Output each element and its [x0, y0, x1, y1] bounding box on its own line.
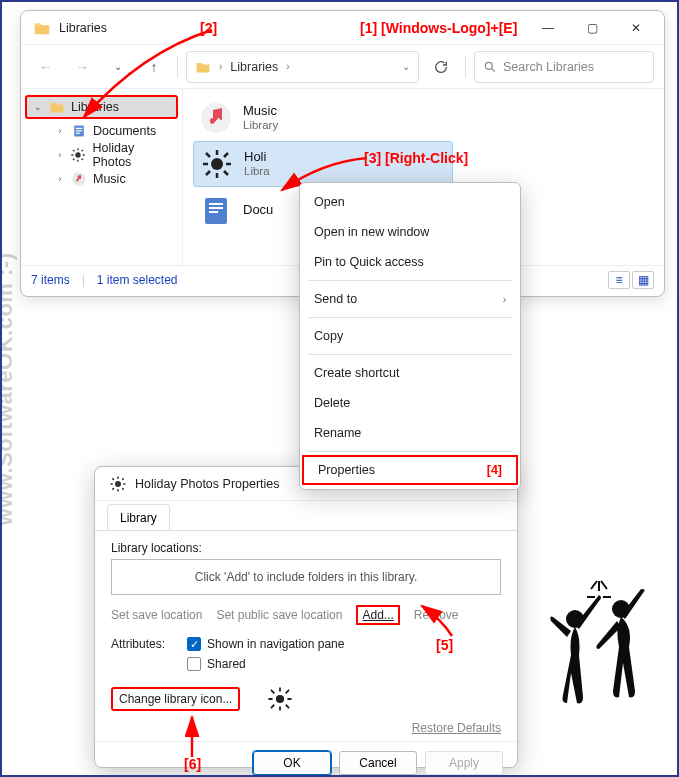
- remove-button[interactable]: Remove: [414, 608, 459, 622]
- svg-rect-14: [209, 211, 218, 213]
- tree-item-label: Documents: [93, 124, 156, 138]
- maximize-button[interactable]: ▢: [570, 13, 614, 43]
- close-button[interactable]: ✕: [614, 13, 658, 43]
- menu-item-open[interactable]: Open: [300, 187, 520, 217]
- nav-up-button[interactable]: ↑: [139, 52, 169, 82]
- annotation-3: [3] [Right-Click]: [364, 150, 468, 166]
- item-name: Music: [243, 103, 278, 119]
- status-item-count: 7 items: [31, 273, 70, 287]
- tree-item-holiday-photos[interactable]: › Holiday Photos: [49, 143, 178, 167]
- tree-item-documents[interactable]: › Documents: [49, 119, 178, 143]
- item-name: Holi: [244, 149, 294, 165]
- nav-back-button[interactable]: ←: [31, 52, 61, 82]
- chevron-right-icon: ›: [55, 126, 65, 136]
- tree-root-label: Libraries: [71, 100, 119, 114]
- search-input[interactable]: Search Libraries: [474, 51, 654, 83]
- svg-point-15: [115, 481, 121, 487]
- watermark-text: www.SoftwareOK.com :-): [0, 252, 18, 525]
- locations-listbox[interactable]: Click 'Add' to include folders in this l…: [111, 559, 501, 595]
- annotation-2: [2]: [200, 20, 217, 36]
- nav-tree: ⌄ Libraries › Documents ›: [21, 89, 183, 265]
- view-icons-button[interactable]: ▦: [632, 271, 654, 289]
- properties-dialog: Holiday Photos Properties ✕ Library Libr…: [94, 466, 518, 768]
- search-placeholder: Search Libraries: [503, 60, 594, 74]
- svg-rect-6: [76, 133, 80, 134]
- checkbox-shared[interactable]: Shared: [187, 657, 344, 671]
- sun-icon: [200, 147, 234, 181]
- documents-icon: [199, 193, 233, 227]
- attributes-label: Attributes:: [111, 637, 165, 651]
- chevron-right-icon: ›: [55, 150, 64, 160]
- refresh-button[interactable]: [425, 51, 457, 83]
- change-library-icon-button[interactable]: Change library icon...: [111, 687, 240, 711]
- apply-button[interactable]: Apply: [425, 751, 503, 775]
- explorer-title: Libraries: [59, 21, 107, 35]
- context-menu: Open Open in new window Pin to Quick acc…: [299, 182, 521, 490]
- svg-point-10: [211, 158, 223, 170]
- annotation-5: [5]: [436, 637, 453, 653]
- sun-icon: [109, 475, 127, 493]
- menu-item-copy[interactable]: Copy: [300, 321, 520, 351]
- checkbox-navigation-pane[interactable]: ✓ Shown in navigation pane: [187, 637, 344, 651]
- tree-item-label: Music: [93, 172, 126, 186]
- chevron-right-icon: ›: [286, 61, 289, 72]
- music-icon: [71, 171, 87, 187]
- menu-item-delete[interactable]: Delete: [300, 388, 520, 418]
- set-save-location-button[interactable]: Set save location: [111, 608, 202, 622]
- restore-defaults-button[interactable]: Restore Defaults: [412, 721, 501, 735]
- tree-root-libraries[interactable]: ⌄ Libraries: [25, 95, 178, 119]
- add-button[interactable]: Add...: [356, 605, 399, 625]
- nav-recent-button[interactable]: ⌄: [103, 52, 133, 82]
- locations-label: Library locations:: [111, 541, 501, 555]
- tab-library[interactable]: Library: [107, 504, 170, 530]
- menu-item-rename[interactable]: Rename: [300, 418, 520, 448]
- separator: [465, 56, 466, 78]
- menu-item-send-to[interactable]: Send to›: [300, 284, 520, 314]
- menu-item-properties[interactable]: Properties [4]: [302, 455, 518, 485]
- address-bar[interactable]: › Libraries › ⌄: [186, 51, 419, 83]
- properties-title: Holiday Photos Properties: [135, 477, 280, 491]
- chevron-down-icon: ⌄: [33, 102, 43, 112]
- chevron-right-icon: ›: [219, 61, 222, 72]
- status-selection: 1 item selected: [97, 273, 178, 287]
- chevron-right-icon: ›: [503, 294, 506, 305]
- set-public-save-location-button[interactable]: Set public save location: [216, 608, 342, 622]
- menu-item-pin-quick-access[interactable]: Pin to Quick access: [300, 247, 520, 277]
- sun-icon: [70, 147, 86, 163]
- cancel-button[interactable]: Cancel: [339, 751, 417, 775]
- annotation-4: [4]: [487, 463, 502, 477]
- item-name: Docu: [243, 202, 283, 218]
- tree-item-label: Holiday Photos: [92, 141, 172, 169]
- minimize-button[interactable]: —: [526, 13, 570, 43]
- folder-icon: [49, 99, 65, 115]
- tree-item-music[interactable]: › Music: [49, 167, 178, 191]
- svg-rect-5: [76, 130, 82, 131]
- svg-point-16: [276, 695, 284, 703]
- nav-forward-button[interactable]: →: [67, 52, 97, 82]
- watermark-figures: [537, 575, 667, 755]
- documents-icon: [71, 123, 87, 139]
- folder-icon: [195, 59, 211, 75]
- item-subtitle: Libra: [244, 165, 294, 179]
- svg-rect-12: [209, 203, 223, 205]
- properties-tabs: Library: [95, 501, 517, 531]
- checkbox-icon: [187, 657, 201, 671]
- menu-item-open-new-window[interactable]: Open in new window: [300, 217, 520, 247]
- chevron-down-icon[interactable]: ⌄: [402, 61, 410, 72]
- ok-button[interactable]: OK: [253, 751, 331, 775]
- item-subtitle: Library: [243, 119, 278, 133]
- svg-rect-4: [76, 128, 82, 129]
- search-icon: [483, 60, 497, 74]
- svg-rect-13: [209, 207, 223, 209]
- view-details-button[interactable]: ≡: [608, 271, 630, 289]
- library-item-music[interactable]: Music Library: [193, 95, 654, 141]
- explorer-titlebar: Libraries — ▢ ✕: [21, 11, 664, 45]
- svg-point-2: [485, 62, 492, 69]
- separator: [177, 56, 178, 78]
- checkbox-icon: ✓: [187, 637, 201, 651]
- sun-icon: [266, 685, 294, 713]
- breadcrumb-item[interactable]: Libraries: [230, 60, 278, 74]
- menu-item-create-shortcut[interactable]: Create shortcut: [300, 358, 520, 388]
- explorer-navbar: ← → ⌄ ↑ › Libraries › ⌄: [21, 45, 664, 89]
- annotation-6: [6]: [184, 756, 201, 772]
